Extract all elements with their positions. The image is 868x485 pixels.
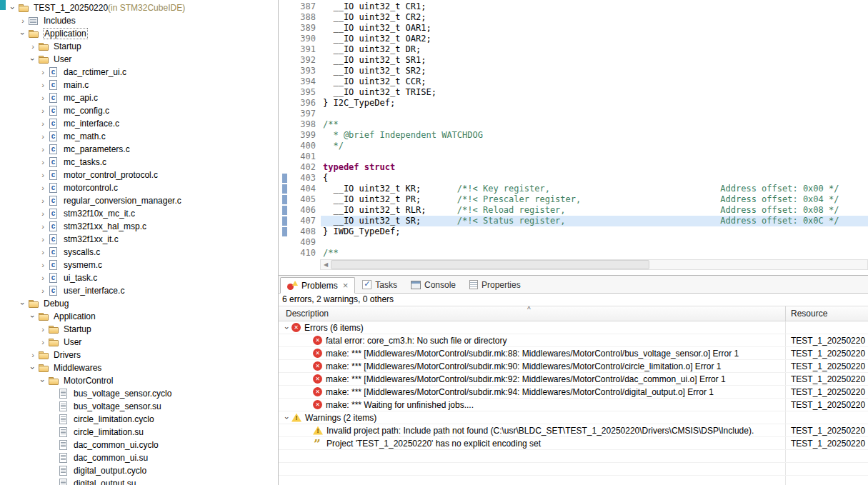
problem-row[interactable]: make: *** [Middlewares/MotorControl/subd… <box>279 373 868 386</box>
tree-item-sysmem-c[interactable]: ›sysmem.c <box>0 259 278 271</box>
code-line[interactable]: typedef struct <box>321 162 868 173</box>
code-line[interactable]: __IO uint32_t RLR; /*!< Reload register,… <box>321 205 868 216</box>
tree-item-dac-common-ui-su[interactable]: dac_common_ui.su <box>0 451 278 464</box>
expand-arrow-icon[interactable]: › <box>39 132 47 141</box>
collapse-arrow-icon[interactable]: › <box>9 4 17 12</box>
tree-item-mc-config-c[interactable]: ›mc_config.c <box>0 104 278 117</box>
problem-row[interactable]: make: *** [Middlewares/MotorControl/subd… <box>279 360 868 373</box>
tree-item-startup[interactable]: ›Startup <box>0 40 278 53</box>
tree-item-user-interface-c[interactable]: ›user_interface.c <box>0 284 278 297</box>
tree-item-includes[interactable]: ›Includes <box>0 14 278 27</box>
expand-arrow-icon[interactable]: › <box>39 235 47 244</box>
expand-arrow-icon[interactable]: › <box>39 338 47 346</box>
expand-arrow-icon[interactable]: › <box>39 248 47 256</box>
expand-arrow-icon[interactable]: › <box>39 261 47 269</box>
editor-horizontal-scrollbar[interactable]: ◀ <box>320 259 868 270</box>
tab-properties[interactable]: Properties <box>463 276 527 293</box>
tree-item-test-1-20250220[interactable]: ›TEST_1_20250220 (in STM32CubeIDE) <box>0 1 278 14</box>
expand-arrow-icon[interactable]: › <box>39 68 47 76</box>
tree-item-dac-common-ui-cyclo[interactable]: dac_common_ui.cyclo <box>0 439 278 451</box>
tree-item-mc-parameters-c[interactable]: ›mc_parameters.c <box>0 143 278 156</box>
code-line[interactable]: __IO uint32_t OAR1; <box>321 23 868 34</box>
tree-item-circle-limitation-cyclo[interactable]: circle_limitation.cyclo <box>0 413 278 426</box>
problem-group-row[interactable]: ›Warnings (2 items) <box>279 411 868 424</box>
tab-console[interactable]: Console <box>404 276 462 293</box>
tree-item-motorcontrol[interactable]: ›MotorControl <box>0 374 278 387</box>
problem-row[interactable]: make: *** [Middlewares/MotorControl/subd… <box>279 347 868 360</box>
tree-item-mc-interface-c[interactable]: ›mc_interface.c <box>0 117 278 130</box>
tree-item-ui-task-c[interactable]: ›ui_task.c <box>0 271 278 284</box>
tree-item-mc-tasks-c[interactable]: ›mc_tasks.c <box>0 156 278 169</box>
code-line[interactable]: __IO uint32_t CCR; <box>321 76 868 87</box>
tree-item-application[interactable]: ›Application <box>0 27 278 40</box>
code-line[interactable] <box>321 109 868 119</box>
expand-arrow-icon[interactable]: › <box>39 145 47 154</box>
tab-problems[interactable]: Problems× <box>280 277 355 294</box>
collapse-arrow-icon[interactable]: › <box>29 364 37 372</box>
tree-item-regular-conversion-manager-c[interactable]: ›regular_conversion_manager.c <box>0 194 278 207</box>
collapse-arrow-icon[interactable]: › <box>29 312 37 321</box>
code-line[interactable]: __IO uint32_t PR; /*!< Prescaler registe… <box>321 194 868 205</box>
expand-arrow-icon[interactable]: › <box>39 209 47 218</box>
tree-item-motor-control-protocol-c[interactable]: ›motor_control_protocol.c <box>0 169 278 181</box>
expand-arrow-icon[interactable]: › <box>39 94 47 102</box>
expand-arrow-icon[interactable]: › <box>39 274 47 282</box>
expand-arrow-icon[interactable]: › <box>19 16 27 25</box>
collapse-arrow-icon[interactable]: › <box>39 376 47 385</box>
tab-tasks[interactable]: Tasks <box>356 276 404 293</box>
code-line[interactable]: } IWDG_TypeDef; <box>321 226 868 237</box>
expand-arrow-icon[interactable]: › <box>39 106 47 115</box>
code-line[interactable] <box>321 151 868 162</box>
collapse-arrow-icon[interactable]: › <box>29 55 37 64</box>
tree-item-stm32f1xx-hal-msp-c[interactable]: ›stm32f1xx_hal_msp.c <box>0 220 278 233</box>
collapse-arrow-icon[interactable]: › <box>19 29 27 38</box>
code-line[interactable]: __IO uint32_t TRISE; <box>321 87 868 98</box>
expand-arrow-icon[interactable]: › <box>39 81 47 89</box>
code-line[interactable]: __IO uint32_t CR1; <box>321 1 868 12</box>
tree-item-user[interactable]: ›User <box>0 336 278 349</box>
problem-group-row[interactable]: ›Errors (6 items) <box>279 321 868 334</box>
expand-arrow-icon[interactable]: › <box>39 222 47 231</box>
code-line[interactable]: __IO uint32_t SR2; <box>321 66 868 76</box>
tree-item-main-c[interactable]: ›main.c <box>0 79 278 91</box>
tree-item-digital-output-cyclo[interactable]: digital_output.cyclo <box>0 464 278 477</box>
code-line[interactable]: /** <box>321 248 868 259</box>
tree-item-digital-output-su[interactable]: digital_output.su <box>0 477 278 485</box>
code-line[interactable]: __IO uint32_t SR; /*!< Status register, … <box>321 216 868 226</box>
code-line[interactable] <box>321 237 868 248</box>
tree-item-dac-rctimer-ui-c[interactable]: ›dac_rctimer_ui.c <box>0 66 278 79</box>
problem-row[interactable]: make: *** Waiting for unfinished jobs...… <box>279 399 868 411</box>
code-line[interactable]: __IO uint32_t CR2; <box>321 12 868 23</box>
expand-arrow-icon[interactable]: › <box>39 196 47 205</box>
tree-item-bus-voltage-sensor-su[interactable]: bus_voltage_sensor.su <box>0 400 278 413</box>
expand-arrow-icon[interactable]: › <box>39 171 47 179</box>
scrollbar-thumb[interactable] <box>331 260 649 269</box>
expand-arrow-icon[interactable]: › <box>29 351 37 359</box>
tree-item-stm32f10x-mc-it-c[interactable]: ›stm32f10x_mc_it.c <box>0 207 278 220</box>
code-editor[interactable]: 387 __IO uint32_t CR1;388 __IO uint32_t … <box>279 0 868 275</box>
tree-item-stm32f1xx-it-c[interactable]: ›stm32f1xx_it.c <box>0 233 278 246</box>
column-header-resource[interactable]: Resource <box>786 306 868 321</box>
code-line[interactable]: __IO uint32_t KR; /*!< Key register, Add… <box>321 184 868 194</box>
tree-item-startup[interactable]: ›Startup <box>0 323 278 336</box>
collapse-arrow-icon[interactable]: › <box>19 299 27 308</box>
problem-row[interactable]: Project 'TEST_1_20250220' has no explici… <box>279 437 868 450</box>
expand-arrow-icon[interactable]: › <box>39 119 47 128</box>
tree-item-bus-voltage-sensor-cyclo[interactable]: bus_voltage_sensor.cyclo <box>0 387 278 400</box>
tree-item-middlewares[interactable]: ›Middlewares <box>0 361 278 374</box>
expand-arrow-icon[interactable]: › <box>29 42 37 51</box>
tree-item-syscalls-c[interactable]: ›syscalls.c <box>0 246 278 259</box>
tree-item-mc-api-c[interactable]: ›mc_api.c <box>0 91 278 104</box>
code-line[interactable]: __IO uint32_t SR1; <box>321 55 868 66</box>
tree-item-debug[interactable]: ›Debug <box>0 297 278 310</box>
tree-item-motorcontrol-c[interactable]: ›motorcontrol.c <box>0 181 278 194</box>
code-line[interactable]: */ <box>321 141 868 151</box>
expand-arrow-icon[interactable]: › <box>39 286 47 295</box>
code-line[interactable]: * @brief Independent WATCHDOG <box>321 130 868 141</box>
collapse-arrow-icon[interactable]: › <box>283 414 291 422</box>
code-line[interactable]: } I2C_TypeDef; <box>321 98 868 109</box>
problem-row[interactable]: fatal error: core_cm3.h: No such file or… <box>279 334 868 347</box>
tree-item-circle-limitation-su[interactable]: circle_limitation.su <box>0 426 278 439</box>
collapse-arrow-icon[interactable]: › <box>283 324 291 332</box>
code-line[interactable]: __IO uint32_t DR; <box>321 44 868 55</box>
